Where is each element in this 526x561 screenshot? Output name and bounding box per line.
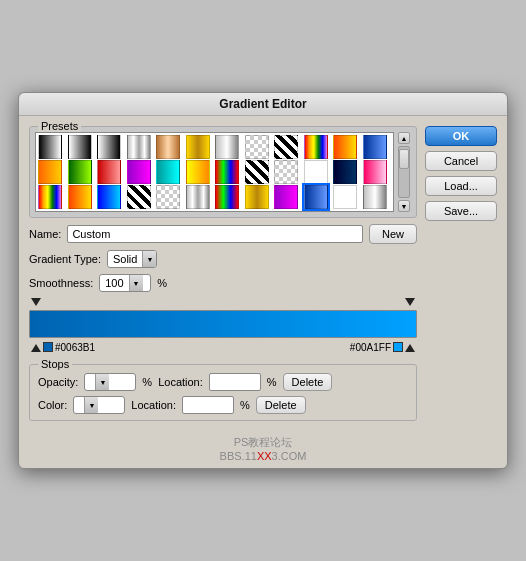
stops-group-label: Stops (38, 358, 72, 370)
name-row: Name: New (29, 224, 417, 244)
preset-swatch[interactable] (127, 135, 151, 159)
preset-swatch[interactable] (274, 160, 298, 184)
preset-swatch[interactable] (215, 135, 239, 159)
preset-swatch[interactable] (156, 160, 180, 184)
opacity-value-select[interactable]: ▼ (84, 373, 136, 391)
smoothness-arrow[interactable]: ▼ (129, 275, 143, 291)
location-input-1[interactable] (209, 373, 261, 391)
color-stop-right-marker (405, 342, 415, 352)
preset-swatch[interactable] (38, 185, 62, 209)
preset-swatch[interactable] (274, 185, 298, 209)
gradient-type-label: Gradient Type: (29, 253, 101, 265)
preset-swatch[interactable] (245, 135, 269, 159)
opacity-value (85, 381, 95, 383)
location-percent-2: % (240, 399, 250, 411)
preset-swatch[interactable] (363, 135, 387, 159)
preset-swatch[interactable] (156, 135, 180, 159)
preset-swatch[interactable] (245, 160, 269, 184)
opacity-label: Opacity: (38, 376, 78, 388)
preset-swatch-selected[interactable] (304, 185, 328, 209)
preset-swatch[interactable] (127, 160, 151, 184)
presets-scrollbar: ▲ ▼ (397, 132, 411, 212)
opacity-stop-right[interactable] (405, 298, 415, 308)
stops-group: Stops Opacity: ▼ % Location: % Delete (29, 364, 417, 421)
preset-swatch[interactable] (215, 185, 239, 209)
color-stops-row: #0063B1 #00A1FF (29, 340, 417, 354)
new-button[interactable]: New (369, 224, 417, 244)
scroll-up-button[interactable]: ▲ (398, 132, 410, 144)
preset-swatch[interactable] (274, 135, 298, 159)
right-buttons: OK Cancel Load... Save... (425, 126, 497, 421)
smoothness-row: Smoothness: 100 ▼ % (29, 274, 417, 292)
scroll-down-button[interactable]: ▼ (398, 200, 410, 212)
delete-button-2[interactable]: Delete (256, 396, 306, 414)
preset-swatch[interactable] (333, 135, 357, 159)
preset-swatch[interactable] (68, 160, 92, 184)
preset-swatch[interactable] (38, 160, 62, 184)
color-label: Color: (38, 399, 67, 411)
location-label-1: Location: (158, 376, 203, 388)
color-value (74, 404, 84, 406)
gradient-type-arrow[interactable]: ▼ (142, 251, 156, 267)
opacity-percent: % (142, 376, 152, 388)
smoothness-select[interactable]: 100 ▼ (99, 274, 151, 292)
ok-button[interactable]: OK (425, 126, 497, 146)
presets-grid-wrap (35, 132, 394, 212)
gradient-type-value: Solid (108, 252, 142, 266)
footer-red: XX (257, 450, 272, 462)
load-button[interactable]: Load... (425, 176, 497, 196)
preset-swatch[interactable] (38, 135, 62, 159)
smoothness-label: Smoothness: (29, 277, 93, 289)
preset-swatch[interactable] (363, 160, 387, 184)
presets-group: Presets (29, 126, 417, 218)
footer-line1: PS教程论坛 (19, 435, 507, 450)
title-bar: Gradient Editor (19, 93, 507, 116)
color-stop-left[interactable]: #0063B1 (31, 342, 95, 353)
cancel-button[interactable]: Cancel (425, 151, 497, 171)
preset-swatch[interactable] (156, 185, 180, 209)
preset-swatch[interactable] (363, 185, 387, 209)
name-input[interactable] (67, 225, 363, 243)
preset-swatch[interactable] (186, 185, 210, 209)
save-button[interactable]: Save... (425, 201, 497, 221)
opacity-stop-arrow-left (31, 298, 41, 306)
preset-swatch[interactable] (68, 135, 92, 159)
gradient-type-row: Gradient Type: Solid ▼ (29, 250, 417, 268)
opacity-stop-arrow-right (405, 298, 415, 306)
scroll-thumb[interactable] (399, 149, 409, 169)
preset-swatch[interactable] (127, 185, 151, 209)
preset-swatch[interactable] (304, 160, 328, 184)
color-arrow[interactable]: ▼ (84, 397, 98, 413)
preset-swatch[interactable] (186, 135, 210, 159)
footer-watermark: PS教程论坛 BBS.11XX3.COM (19, 431, 507, 468)
preset-swatch[interactable] (97, 160, 121, 184)
preset-swatch[interactable] (186, 160, 210, 184)
gradient-type-select[interactable]: Solid ▼ (107, 250, 157, 268)
preset-swatch[interactable] (215, 160, 239, 184)
preset-swatch[interactable] (68, 185, 92, 209)
preset-swatch[interactable] (97, 135, 121, 159)
preset-swatch[interactable] (333, 185, 357, 209)
delete-button-1[interactable]: Delete (283, 373, 333, 391)
location-input-2[interactable] (182, 396, 234, 414)
opacity-arrow[interactable]: ▼ (95, 374, 109, 390)
color-stop-row: Color: ▼ Location: % Delete (38, 396, 408, 414)
color-stop-left-marker (31, 342, 41, 352)
preset-swatch[interactable] (333, 160, 357, 184)
opacity-stop-left[interactable] (31, 298, 41, 308)
preset-swatch[interactable] (97, 185, 121, 209)
color-value-select[interactable]: ▼ (73, 396, 125, 414)
color-stop-right-value: #00A1FF (350, 342, 391, 353)
smoothness-unit: % (157, 277, 167, 289)
smoothness-value: 100 (100, 276, 128, 290)
presets-grid (36, 133, 393, 211)
color-stop-left-box (43, 342, 53, 352)
opacity-stops-row (29, 298, 417, 308)
presets-label: Presets (38, 120, 81, 132)
footer-suffix: 3.COM (272, 450, 307, 462)
gradient-bar[interactable] (29, 310, 417, 338)
footer-prefix: BBS.11 (220, 450, 257, 462)
preset-swatch[interactable] (245, 185, 269, 209)
preset-swatch[interactable] (304, 135, 328, 159)
color-stop-right[interactable]: #00A1FF (350, 342, 415, 353)
